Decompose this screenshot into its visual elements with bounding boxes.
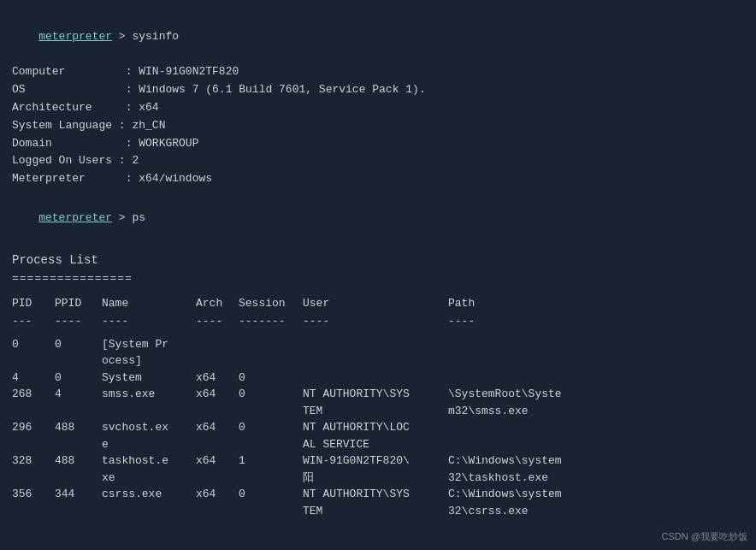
meterpreter-type-value: : x64/windows	[126, 172, 212, 185]
process-list-title: Process List	[12, 250, 744, 271]
meterpreter-type-line: Meterpreter : x64/windows	[12, 170, 744, 188]
arch-line: Architecture : x64	[12, 99, 744, 117]
dash-user: ----	[303, 313, 448, 331]
row0-path	[448, 336, 636, 353]
row4-ppid: 488	[55, 452, 102, 470]
row0-session	[239, 336, 303, 353]
dash-path: ----	[448, 313, 636, 331]
row0-arch	[196, 336, 239, 353]
row5-path: C:\Windows\system	[448, 486, 636, 503]
row1-session: 0	[239, 370, 303, 387]
row4-session: 1	[239, 452, 303, 470]
row3-pid: 296	[12, 419, 55, 436]
row4-name: taskhost.e	[102, 452, 196, 470]
ps-prompt-line: meterpreter > ps	[12, 192, 744, 245]
row5-session: 0	[239, 486, 303, 503]
row3-user: NT AUTHORITY\LOC	[303, 419, 448, 436]
table-row-1: 4 0 System x64 0	[12, 370, 744, 387]
row3-arch: x64	[196, 419, 239, 436]
os-label: OS	[12, 83, 126, 96]
row4-arch: x64	[196, 452, 239, 470]
domain-line: Domain : WORKGROUP	[12, 135, 744, 153]
row2-session: 0	[239, 386, 303, 403]
sysinfo-prompt-line: meterpreter > sysinfo	[12, 10, 744, 63]
row3-name: svchost.ex	[102, 419, 196, 436]
header-name: Name	[102, 293, 196, 313]
os-value: : Windows 7 (6.1 Build 7601, Service Pac…	[126, 83, 426, 96]
computer-label: Computer	[12, 65, 126, 78]
row1-ppid: 0	[55, 370, 102, 387]
header-session: Session	[239, 293, 303, 313]
dash-ppid: ----	[55, 313, 102, 331]
meterpreter-prompt-2: meterpreter	[38, 211, 112, 224]
row4-user: WIN-91G0N2TF820\	[303, 452, 448, 470]
os-line: OS : Windows 7 (6.1 Build 7601, Service …	[12, 81, 744, 99]
table-row-5: 356 344 csrss.exe x64 0 NT AUTHORITY\SYS…	[12, 486, 744, 519]
header-path: Path	[448, 293, 636, 313]
ps-cmd: > ps	[112, 211, 145, 224]
terminal-window: meterpreter > sysinfo Computer : WIN-91G…	[0, 0, 756, 550]
row5-name: csrss.exe	[102, 486, 196, 503]
row2-path: \SystemRoot\Syste	[448, 386, 636, 403]
row5-pid: 356	[12, 486, 55, 503]
arch-label: Architecture	[12, 101, 126, 114]
header-arch: Arch	[196, 293, 239, 313]
loggedon-line: Logged On Users : 2	[12, 152, 744, 170]
table-header-row: PID PPID Name Arch Session User Path	[12, 293, 744, 313]
loggedon-label: Logged On Users	[12, 154, 119, 167]
row3-session: 0	[239, 419, 303, 436]
table-row-3: 296 488 svchost.ex x64 0 NT AUTHORITY\LO…	[12, 419, 744, 452]
header-pid: PID	[12, 293, 55, 313]
sysinfo-cmd: > sysinfo	[112, 30, 179, 43]
meterpreter-prompt-1: meterpreter	[38, 30, 112, 43]
row3-ppid: 488	[55, 419, 102, 436]
syslang-value: : zh_CN	[119, 119, 166, 132]
loggedon-value: : 2	[119, 154, 139, 167]
row0-name: [System Pr	[102, 336, 196, 353]
row2-name: smss.exe	[102, 386, 196, 403]
syslang-label: System Language	[12, 119, 119, 132]
header-user: User	[303, 293, 448, 313]
process-list-underline: ================	[12, 272, 744, 285]
row3-path	[448, 419, 636, 436]
row0-user	[303, 336, 448, 353]
row4-pid: 328	[12, 452, 55, 470]
row1-pid: 4	[12, 370, 55, 387]
dash-arch: ----	[196, 313, 239, 331]
domain-label: Domain	[12, 137, 126, 150]
dash-name: ----	[102, 313, 196, 331]
table-row-2: 268 4 smss.exe x64 0 NT AUTHORITY\SYS \S…	[12, 386, 744, 419]
syslang-line: System Language : zh_CN	[12, 117, 744, 135]
table-row-0: 0 0 [System Pr ocess]	[12, 336, 744, 370]
table-row-4: 328 488 taskhost.e x64 1 WIN-91G0N2TF820…	[12, 452, 744, 486]
process-table: PID PPID Name Arch Session User Path ---…	[12, 293, 744, 520]
computer-line: Computer : WIN-91G0N2TF820	[12, 63, 744, 81]
row4-path: C:\Windows\system	[448, 452, 636, 470]
row1-name: System	[102, 370, 196, 387]
row0-pid: 0	[12, 336, 55, 353]
row5-user: NT AUTHORITY\SYS	[303, 486, 448, 503]
row1-arch: x64	[196, 370, 239, 387]
computer-value: : WIN-91G0N2TF820	[126, 65, 239, 78]
row2-pid: 268	[12, 386, 55, 403]
arch-value: : x64	[126, 101, 159, 114]
dash-pid: ---	[12, 313, 55, 331]
watermark: CSDN @我要吃炒饭	[662, 530, 747, 543]
row0-ppid: 0	[55, 336, 102, 353]
header-ppid: PPID	[55, 293, 102, 313]
table-dashes-row: --- ---- ---- ---- ------- ---- ----	[12, 313, 744, 331]
meterpreter-type-label: Meterpreter	[12, 172, 126, 185]
row2-ppid: 4	[55, 386, 102, 403]
row1-user	[303, 370, 448, 387]
dash-session: -------	[239, 313, 303, 331]
row2-user: NT AUTHORITY\SYS	[303, 386, 448, 403]
domain-value: : WORKGROUP	[126, 137, 199, 150]
row5-arch: x64	[196, 486, 239, 503]
row1-path	[448, 370, 636, 387]
row5-ppid: 344	[55, 486, 102, 503]
row2-arch: x64	[196, 386, 239, 403]
